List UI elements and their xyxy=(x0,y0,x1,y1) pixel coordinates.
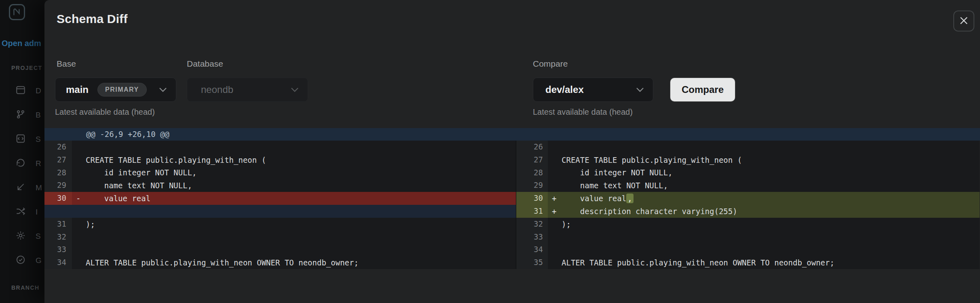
app-sidebar: Open adm PROJECT DBSRMISG BRANCH xyxy=(0,0,44,303)
line-number: 27 xyxy=(516,154,548,166)
line-number: 27 xyxy=(44,154,72,166)
line-number: 26 xyxy=(44,141,72,154)
sidebar-item[interactable]: D xyxy=(0,79,44,103)
diff-pane-base[interactable]: 2627CREATE TABLE public.playing_with_neo… xyxy=(44,141,516,269)
line-number: 33 xyxy=(44,243,72,256)
open-admin-link[interactable]: Open adm xyxy=(2,39,44,48)
base-hint: Latest available data (head) xyxy=(55,107,155,117)
neon-logo-icon[interactable] xyxy=(9,4,25,20)
sidebar-item-label: G xyxy=(36,256,42,265)
line-number: 28 xyxy=(516,166,548,179)
line-number: 30 xyxy=(44,192,72,205)
diff-line-28: 28 id integer NOT NULL, xyxy=(44,166,516,179)
sidebar-item[interactable]: I xyxy=(0,200,44,225)
compare-hint: Latest available data (head) xyxy=(533,107,633,117)
sidebar-item[interactable]: B xyxy=(0,103,44,128)
sidebar-item-label: S xyxy=(36,232,41,241)
compare-branch-select[interactable]: dev/alex xyxy=(533,78,653,102)
line-number: 34 xyxy=(516,243,548,256)
modal-title: Schema Diff xyxy=(57,12,128,26)
base-label: Base xyxy=(57,59,76,69)
primary-badge: PRIMARY xyxy=(97,83,147,97)
line-number: 31 xyxy=(44,218,72,231)
line-number: 33 xyxy=(516,231,548,244)
database-label: Database xyxy=(187,59,223,69)
close-button[interactable] xyxy=(953,11,974,32)
word-diff-highlight: , xyxy=(626,194,633,203)
code-text: ALTER TABLE public.playing_with_neon OWN… xyxy=(86,258,359,267)
sql-editor-icon xyxy=(15,133,27,145)
line-number: 29 xyxy=(44,179,72,192)
chevron-down-icon xyxy=(636,87,644,92)
sidebar-item[interactable]: M xyxy=(0,176,44,200)
schema-diff-screen: Open adm PROJECT DBSRMISG BRANCH Schema … xyxy=(0,0,980,303)
code-text: description character varying(255) xyxy=(562,207,737,216)
diff-line-30: 30+ value real, xyxy=(516,192,980,205)
code-text: name text NOT NULL, xyxy=(86,181,192,190)
sidebar-item[interactable]: G xyxy=(0,249,44,273)
chevron-down-icon xyxy=(159,87,167,92)
line-number: 32 xyxy=(516,218,548,231)
database-select[interactable]: neondb xyxy=(187,78,308,102)
code-text: CREATE TABLE public.playing_with_neon ( xyxy=(86,156,266,164)
sidebar-item[interactable]: S xyxy=(0,225,44,249)
line-number: 28 xyxy=(44,166,72,179)
diff-line-27: 27CREATE TABLE public.playing_with_neon … xyxy=(44,154,516,166)
code-text: ALTER TABLE public.playing_with_neon OWN… xyxy=(562,258,834,267)
schema-diff-modal: Schema Diff Base Database Compare main P… xyxy=(44,0,980,303)
code-text: name text NOT NULL, xyxy=(562,181,668,190)
line-number: 34 xyxy=(44,256,72,269)
code-text: id integer NOT NULL, xyxy=(562,168,673,177)
line-number: 30 xyxy=(516,192,548,205)
restore-icon xyxy=(15,158,27,169)
sidebar-item-label: D xyxy=(36,86,41,95)
diff-sign: + xyxy=(548,194,562,203)
sidebar-item-label: I xyxy=(36,208,38,217)
branch-section-label: BRANCH xyxy=(11,284,40,291)
chevron-down-icon xyxy=(291,87,299,92)
diff-line-26: 26 xyxy=(516,141,980,154)
compare-label: Compare xyxy=(533,59,568,69)
get-started-icon xyxy=(15,255,27,266)
diff-line-32: 32 xyxy=(44,231,516,244)
diff-line-33: 33 xyxy=(44,243,516,256)
branches-icon xyxy=(15,109,27,120)
compare-branch-value: dev/alex xyxy=(545,84,584,95)
sidebar-item[interactable]: R xyxy=(0,152,44,176)
compare-button[interactable]: Compare xyxy=(670,78,735,101)
diff-sign: - xyxy=(72,194,86,203)
code-text: value real, xyxy=(562,194,634,203)
line-number: 29 xyxy=(516,179,548,192)
diff-line-29: 29 name text NOT NULL, xyxy=(516,179,980,192)
diff-line-33: 33 xyxy=(516,231,980,244)
diff-pane-compare[interactable]: 2627CREATE TABLE public.playing_with_neo… xyxy=(516,141,980,269)
hunk-header-text: @@ -26,9 +26,10 @@ xyxy=(44,128,516,141)
sidebar-item-label: R xyxy=(36,159,41,168)
diff-line-31: 31); xyxy=(44,218,516,231)
diff-line-26: 26 xyxy=(44,141,516,154)
sidebar-item-label: B xyxy=(36,111,41,120)
diff-line-28: 28 id integer NOT NULL, xyxy=(516,166,980,179)
monitoring-icon xyxy=(15,182,27,193)
line-number: 31 xyxy=(516,205,548,218)
line-number: 35 xyxy=(516,256,548,269)
diff-line-30: 30- value real xyxy=(44,192,516,205)
diff-sign: + xyxy=(548,207,562,216)
integrations-icon xyxy=(15,206,27,217)
code-text: ); xyxy=(86,220,95,229)
base-branch-value: main xyxy=(66,84,89,95)
diff-line-27: 27CREATE TABLE public.playing_with_neon … xyxy=(516,154,980,166)
settings-icon xyxy=(15,230,27,242)
sidebar-items: DBSRMISG xyxy=(0,79,44,273)
diff-line-35: 35ALTER TABLE public.playing_with_neon O… xyxy=(516,256,980,269)
sidebar-item[interactable]: S xyxy=(0,128,44,152)
close-icon xyxy=(959,16,969,27)
line-number xyxy=(44,205,72,218)
diff-line-32: 32); xyxy=(516,218,980,231)
project-section-label: PROJECT xyxy=(11,65,42,71)
line-number: 26 xyxy=(516,141,548,154)
schema-diff-viewer: @@ -26,9 +26,10 @@ 2627CREATE TABLE publ… xyxy=(44,128,980,269)
base-branch-select[interactable]: main PRIMARY xyxy=(55,78,176,102)
database-value: neondb xyxy=(201,84,233,95)
dashboard-icon xyxy=(15,85,27,96)
